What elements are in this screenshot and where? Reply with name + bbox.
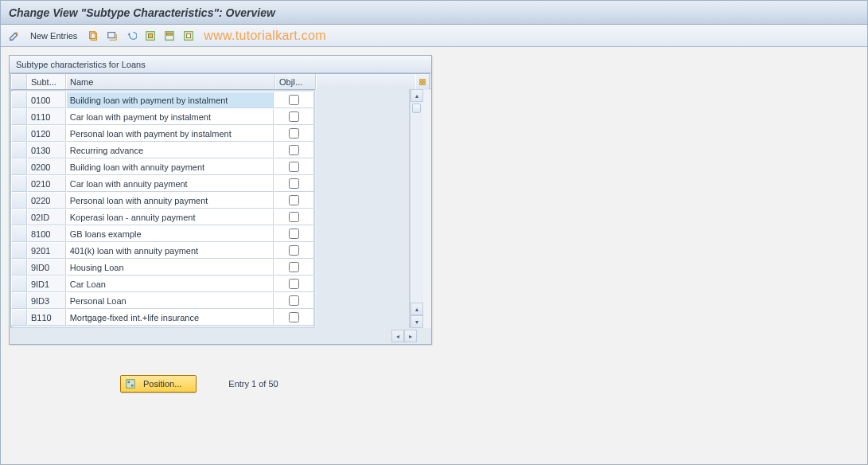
row-selector[interactable]	[11, 225, 27, 242]
cell-subtype[interactable]: 8100	[27, 225, 66, 242]
objindic-checkbox[interactable]	[289, 111, 299, 122]
row-selector[interactable]	[11, 192, 27, 209]
cell-subtype[interactable]: 02ID	[27, 209, 66, 225]
cell-subtype[interactable]: 9ID3	[27, 292, 66, 309]
copy-as-icon[interactable]	[84, 28, 102, 44]
cell-name[interactable]: 401(k) loan with annuity payment	[66, 242, 274, 259]
row-selector[interactable]	[11, 209, 27, 225]
row-selector[interactable]	[11, 309, 27, 326]
cell-objindic	[274, 108, 314, 125]
table-row: 8100GB loans example	[11, 225, 314, 242]
new-entries-button[interactable]: New Entries	[25, 28, 83, 44]
row-selector[interactable]	[11, 125, 27, 142]
scroll-down-icon[interactable]: ▾	[411, 315, 423, 328]
cell-name[interactable]: Car Loan	[66, 275, 274, 292]
objindic-checkbox[interactable]	[289, 195, 299, 205]
cell-name[interactable]: Personal loan with annuity payment	[66, 192, 274, 209]
deselect-all-icon[interactable]	[180, 28, 197, 44]
toolbar: New Entries www.tutorialkart.com	[1, 25, 867, 47]
cell-name[interactable]: Car loan with payment by instalment	[66, 108, 274, 125]
objindic-checkbox[interactable]	[289, 295, 299, 306]
cell-name[interactable]: Housing Loan	[66, 259, 274, 275]
entry-count-text: Entry 1 of 50	[228, 379, 278, 389]
row-selector[interactable]	[11, 142, 27, 158]
cell-objindic	[274, 275, 314, 292]
cell-subtype[interactable]: 0110	[27, 108, 66, 125]
table-row: 0110Car loan with payment by instalment	[11, 108, 314, 125]
cell-objindic	[274, 192, 314, 209]
row-selector[interactable]	[11, 175, 27, 192]
objindic-checkbox[interactable]	[289, 145, 299, 155]
cell-name[interactable]: Building loan with payment by instalment	[66, 92, 274, 108]
cell-subtype[interactable]: 9ID1	[27, 275, 66, 292]
column-row-selector[interactable]	[11, 74, 27, 90]
svg-rect-7	[185, 31, 193, 40]
cell-subtype[interactable]: 9201	[27, 242, 66, 259]
display-change-toggle-icon[interactable]	[6, 28, 23, 44]
objindic-checkbox[interactable]	[289, 245, 299, 256]
vertical-scrollbar[interactable]: ▴ ▴ ▾	[410, 89, 422, 328]
cell-subtype[interactable]: 0210	[27, 175, 66, 192]
row-selector[interactable]	[11, 275, 27, 292]
objindic-checkbox[interactable]	[289, 95, 299, 105]
scroll-right-icon[interactable]: ▸	[404, 330, 417, 342]
cell-name[interactable]: Koperasi loan - annuity payment	[66, 209, 274, 225]
cell-subtype[interactable]: 0200	[27, 158, 66, 175]
cell-subtype[interactable]: B110	[27, 309, 66, 326]
table-row: 0130Recurring advance	[11, 142, 314, 158]
cell-name[interactable]: Mortgage-fixed int.+life insurance	[66, 309, 274, 326]
column-name[interactable]: Name	[66, 74, 275, 90]
cell-name[interactable]: Personal loan with payment by instalment	[66, 125, 274, 142]
table-row: 0200Building loan with annuity payment	[11, 158, 314, 175]
table-row: 9ID0Housing Loan	[11, 259, 314, 275]
cell-name[interactable]: Building loan with annuity payment	[66, 158, 274, 175]
position-button[interactable]: Position...	[120, 375, 197, 393]
cell-name[interactable]: Car loan with annuity payment	[66, 175, 274, 192]
table-settings-icon[interactable]	[415, 74, 430, 90]
cell-name[interactable]: Recurring advance	[66, 142, 274, 158]
objindic-checkbox[interactable]	[289, 279, 299, 289]
objindic-checkbox[interactable]	[289, 178, 299, 189]
table-title: Subtype characteristics for Loans	[10, 56, 431, 73]
cell-subtype[interactable]: 0130	[27, 142, 66, 158]
cell-subtype[interactable]: 0100	[27, 92, 66, 108]
row-selector[interactable]	[11, 108, 27, 125]
select-block-icon[interactable]	[161, 28, 178, 44]
objindic-checkbox[interactable]	[289, 128, 299, 139]
cell-objindic	[274, 259, 314, 275]
row-selector[interactable]	[11, 92, 27, 108]
scroll-left-icon[interactable]: ◂	[391, 330, 404, 342]
svg-rect-13	[127, 380, 135, 389]
row-selector[interactable]	[11, 242, 27, 259]
objindic-checkbox[interactable]	[289, 262, 299, 272]
row-selector[interactable]	[11, 158, 27, 175]
objindic-checkbox[interactable]	[289, 229, 299, 239]
select-all-icon[interactable]	[142, 28, 159, 44]
cell-name[interactable]: GB loans example	[66, 225, 274, 242]
table-row: 0220Personal loan with annuity payment	[11, 192, 314, 209]
cell-objindic	[274, 142, 314, 158]
undo-icon[interactable]	[123, 28, 140, 44]
objindic-checkbox[interactable]	[289, 162, 299, 172]
cell-subtype[interactable]: 9ID0	[27, 259, 66, 275]
table-row: 0100Building loan with payment by instal…	[11, 92, 314, 108]
cell-subtype[interactable]: 0220	[27, 192, 66, 209]
objindic-checkbox[interactable]	[289, 312, 299, 322]
svg-rect-8	[187, 33, 191, 37]
cell-objindic	[274, 92, 314, 108]
objindic-checkbox[interactable]	[289, 212, 299, 222]
scroll-page-up-icon[interactable]: ▴	[411, 303, 423, 315]
position-button-label: Position...	[143, 379, 181, 389]
table-body: 0100Building loan with payment by instal…	[10, 89, 315, 328]
svg-rect-4	[149, 33, 153, 37]
scroll-up-icon[interactable]: ▴	[411, 89, 423, 102]
row-selector[interactable]	[11, 259, 27, 275]
column-objindic[interactable]: ObjI...	[275, 74, 316, 90]
position-icon	[124, 377, 137, 390]
cell-subtype[interactable]: 0120	[27, 125, 66, 142]
delete-icon[interactable]	[103, 28, 121, 44]
svg-rect-10	[423, 80, 426, 82]
column-subtype[interactable]: Subt...	[27, 74, 66, 90]
cell-name[interactable]: Personal Loan	[66, 292, 274, 309]
row-selector[interactable]	[11, 292, 27, 309]
